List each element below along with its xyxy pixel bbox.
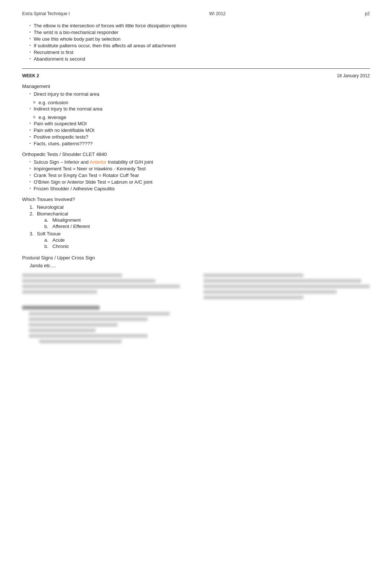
list-item: Abandonment is second bbox=[22, 56, 370, 62]
list-item: e.g. leverage bbox=[33, 115, 370, 120]
blurred-line bbox=[203, 273, 303, 277]
list-item: Acute bbox=[44, 237, 69, 243]
list-item: e.g. contusion bbox=[33, 100, 370, 105]
management-list: Direct injury to the normal area bbox=[22, 91, 370, 97]
list-item: We use this whole body part by selection bbox=[22, 36, 370, 42]
tissues-list: Neurological Biomechanical Misalignment … bbox=[22, 204, 370, 250]
management-sub-list: e.g. contusion bbox=[33, 100, 370, 105]
blurred-line bbox=[22, 279, 155, 283]
blurred-line bbox=[203, 290, 337, 294]
header-left: Extra Spinal Technique I bbox=[22, 11, 70, 16]
list-item: Indirect injury to the normal area bbox=[22, 106, 370, 112]
list-item: Sulcus Sign – Inferior and Anterior Inst… bbox=[22, 159, 370, 165]
ortho-section: Orthopedic Tests / Shoulder CLET 4840 Su… bbox=[22, 152, 370, 191]
list-item: Pain with suspected MOI bbox=[22, 121, 370, 126]
list-item: Facts, clues, patterns????? bbox=[22, 141, 370, 146]
blurred-line bbox=[203, 279, 361, 283]
management-list-3: Pain with suspected MOI Pain with no ide… bbox=[22, 121, 370, 146]
list-item: Positive orthopedic tests? bbox=[22, 134, 370, 140]
list-item: Recruitment is first bbox=[22, 50, 370, 55]
blurred-line bbox=[29, 329, 96, 332]
divider bbox=[22, 68, 370, 69]
list-item: O'Brien Sign or Anterior Slide Test = La… bbox=[22, 179, 370, 185]
intro-bullet-list: The elbow is the intersection of forces … bbox=[22, 23, 370, 62]
list-item: Neurological bbox=[30, 204, 370, 210]
tissues-section: Which Tissues Involved? Neurological Bio… bbox=[22, 197, 370, 250]
header: Extra Spinal Technique I WI 2012 p2 bbox=[22, 11, 370, 16]
ortho-heading: Orthopedic Tests / Shoulder CLET 4840 bbox=[22, 152, 370, 157]
postural-heading: Postural Signs / Upper Cross Sign bbox=[22, 255, 370, 261]
management-list-2: Indirect injury to the normal area bbox=[22, 106, 370, 112]
list-item: The wrist is a bio-mechanical responder bbox=[22, 30, 370, 35]
list-item: Direct injury to the normal area bbox=[22, 91, 370, 97]
management-heading: Management bbox=[22, 84, 370, 89]
list-item: Crank Test or Empty Can Test = Rotator C… bbox=[22, 173, 370, 178]
list-item: Impingement Test = Neer or Hawkins - Ken… bbox=[22, 166, 370, 171]
postural-sub: Janda etc.… bbox=[22, 263, 370, 268]
list-item: Misalignment bbox=[44, 217, 90, 223]
blurred-line bbox=[29, 323, 118, 327]
week-bar: WEEK 2 18 January 2012 bbox=[22, 73, 370, 78]
blurred-line bbox=[29, 317, 148, 321]
tissues-sub-list: Misalignment Afferent / Efferent bbox=[44, 217, 90, 229]
blurred-line bbox=[22, 290, 97, 294]
blurred-line bbox=[29, 334, 148, 338]
header-center: WI 2012 bbox=[209, 11, 226, 16]
list-item: Biomechanical Misalignment Afferent / Ef… bbox=[30, 211, 370, 230]
list-item: The elbow is the intersection of forces … bbox=[22, 23, 370, 28]
list-item: Frozen Shoulder / Adhesive Capsulitis bbox=[22, 186, 370, 191]
blurred-bottom-section bbox=[22, 306, 177, 343]
soft-tissue-sub-list: Acute Chronic bbox=[44, 237, 69, 249]
blurred-line bbox=[22, 273, 122, 277]
blurred-line bbox=[39, 340, 122, 343]
blurred-line bbox=[22, 285, 180, 288]
postural-section: Postural Signs / Upper Cross Sign Janda … bbox=[22, 255, 370, 268]
blurred-line bbox=[29, 312, 170, 316]
list-item: Chronic bbox=[44, 244, 69, 249]
blurred-header bbox=[22, 306, 100, 310]
blurred-col-left bbox=[22, 273, 189, 301]
week-date: 18 January 2012 bbox=[337, 73, 370, 78]
intro-section: The elbow is the intersection of forces … bbox=[22, 23, 370, 62]
week-label: WEEK 2 bbox=[22, 73, 39, 78]
highlighted-text: Anterior bbox=[90, 159, 107, 165]
management-section: Management Direct injury to the normal a… bbox=[22, 84, 370, 146]
blurred-col-right bbox=[203, 273, 370, 301]
management-sub-list-2: e.g. leverage bbox=[33, 115, 370, 120]
list-item: If substitute patterns occur, then this … bbox=[22, 43, 370, 48]
tissues-heading: Which Tissues Involved? bbox=[22, 197, 370, 202]
list-item: Pain with no identifiable MOI bbox=[22, 127, 370, 133]
list-item: Soft Tissue Acute Chronic bbox=[30, 231, 370, 250]
blurred-line bbox=[203, 285, 370, 288]
header-right: p2 bbox=[365, 11, 370, 16]
page: Extra Spinal Technique I WI 2012 p2 The … bbox=[0, 0, 392, 575]
list-item: Afferent / Efferent bbox=[44, 224, 90, 229]
blurred-line bbox=[203, 296, 303, 299]
blurred-two-col bbox=[22, 273, 370, 301]
ortho-list: Sulcus Sign – Inferior and Anterior Inst… bbox=[22, 159, 370, 191]
